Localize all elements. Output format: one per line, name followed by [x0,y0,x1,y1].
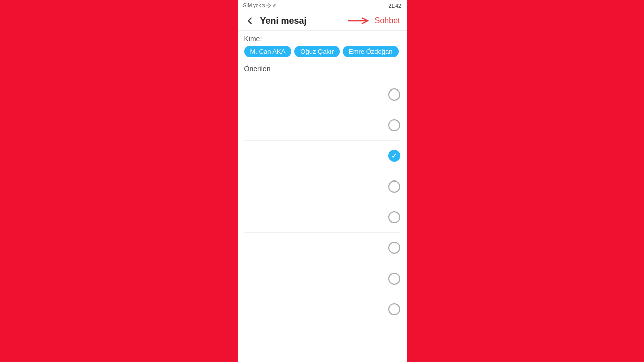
status-left: SIM yok⊙ 令 ⊙ [243,2,277,9]
list-item[interactable] [238,171,407,202]
back-button[interactable] [244,15,255,26]
radio-button-4[interactable] [388,180,400,193]
radio-button-7[interactable] [388,273,400,285]
radio-button-8[interactable] [388,303,400,315]
radio-button-3[interactable] [388,150,400,162]
recipient-chip-3[interactable]: Emre Özdoğan [343,46,398,57]
list-item[interactable] [238,263,407,294]
recipient-chip-1[interactable]: M. Can AKA [244,46,292,57]
list-item[interactable] [238,79,407,110]
status-right: 21:42 [388,3,401,9]
arrow-icon [347,16,372,26]
list-item[interactable] [238,141,407,171]
status-bar: SIM yok⊙ 令 ⊙ 21:42 [238,0,407,11]
radio-button-2[interactable] [388,119,400,131]
onerilen-section: Önerilen [238,59,407,76]
recipients-row: M. Can AKA Oğuz Çakır Emre Özdoğan Öme..… [244,46,400,57]
radio-button-6[interactable] [388,242,400,254]
list-item[interactable] [238,294,407,324]
phone-screen: SIM yok⊙ 令 ⊙ 21:42 Yeni mesaj Sohbet Kim… [238,0,407,362]
arrow-indicator [347,16,372,26]
list-item[interactable] [238,110,407,140]
kime-label: Kime: [244,35,400,43]
header: Yeni mesaj Sohbet [238,11,407,31]
radio-button-5[interactable] [388,211,400,223]
header-action-area: Sohbet [347,16,400,26]
page-title: Yeni mesaj [260,16,347,26]
list-item[interactable] [238,202,407,232]
onerilen-label: Önerilen [244,65,271,73]
sohbet-button[interactable]: Sohbet [375,16,400,25]
recipient-chip-2[interactable]: Oğuz Çakır [294,46,340,57]
radio-button-1[interactable] [388,88,400,101]
kime-section: Kime: M. Can AKA Oğuz Çakır Emre Özdoğan… [238,31,407,59]
list-area [238,76,407,362]
list-item[interactable] [238,233,407,263]
